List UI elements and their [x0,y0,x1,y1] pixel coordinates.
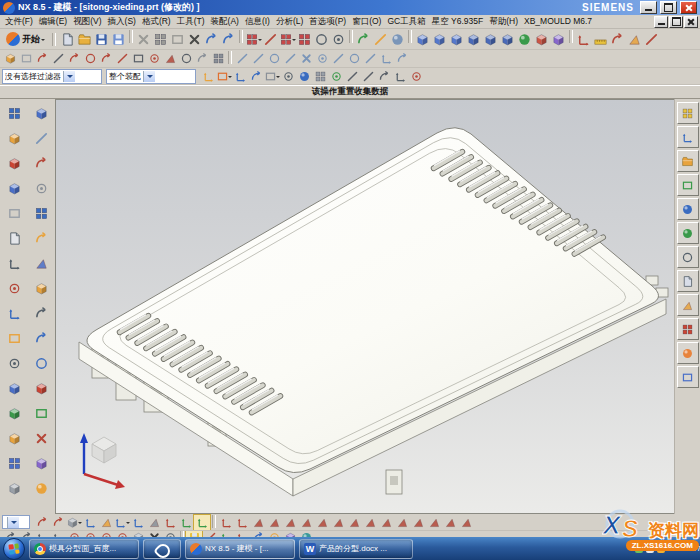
reuse-library-icon[interactable] [677,174,699,196]
midpoint-constraint-icon[interactable] [314,51,330,66]
rectangle-icon[interactable] [130,51,146,66]
through-plane-icon[interactable] [298,515,314,530]
active-csys-icon[interactable] [194,515,210,530]
snap-enable-icon[interactable] [328,69,344,84]
redo-icon[interactable] [220,30,237,48]
thicken-icon[interactable] [29,451,53,476]
graphics-window[interactable] [55,99,674,514]
vector-icon[interactable] [643,30,660,48]
draft-analysis-icon[interactable] [626,30,643,48]
datum-tool-icon[interactable] [2,326,26,351]
taskbar-nx-button[interactable]: NX 8.5 - 建模 - [... [185,539,295,559]
sew-icon[interactable] [29,426,53,451]
point-cloud-icon[interactable] [130,515,146,530]
menu-item[interactable]: 插入(S) [105,16,139,28]
assembly-module-icon[interactable] [2,126,26,151]
combo-arrow-icon[interactable] [63,71,75,82]
fixed-constraint-icon[interactable] [298,51,314,66]
polygon-icon[interactable] [162,51,178,66]
menu-item[interactable]: 帮助(H) [486,16,521,28]
offset-curve-icon[interactable] [194,51,210,66]
menu-item[interactable]: 信息(I) [242,16,273,28]
pattern-curve-icon[interactable] [210,51,226,66]
menu-item[interactable]: 文件(F) [2,16,36,28]
inferred-plane-icon[interactable] [410,515,426,530]
menu-item[interactable]: 分析(L) [273,16,306,28]
taskbar-chrome-button[interactable]: 模具分型面_百度... [29,539,139,559]
point-tool-icon[interactable] [2,351,26,376]
line-style-icon[interactable] [360,69,376,84]
mdi-minimize-button[interactable] [654,16,668,28]
point-set-icon[interactable] [114,515,130,530]
selection-box-icon[interactable] [264,69,280,84]
view-layout-icon[interactable] [2,101,26,126]
paste-icon[interactable] [169,30,186,48]
menu-item[interactable]: 编辑(E) [36,16,70,28]
tube-icon[interactable] [29,351,53,376]
vertical-constraint-icon[interactable] [378,51,394,66]
new-file-icon[interactable] [59,30,76,48]
direction-icon[interactable] [2,251,26,276]
extrude-tool-icon[interactable] [2,376,26,401]
render-style-icon[interactable] [389,30,406,48]
line-icon[interactable] [50,51,66,66]
menu-item[interactable]: 星空 Y6.935F [429,16,487,28]
modeling-module-icon[interactable] [2,176,26,201]
datum-csys-icon[interactable] [178,515,194,530]
curve-style-icon[interactable] [376,69,392,84]
sketch-icon[interactable] [2,51,18,66]
edit-feature-icon[interactable] [2,476,26,501]
undo-icon[interactable] [203,30,220,48]
symmetric-constraint-icon[interactable] [394,51,410,66]
sheet-icon[interactable] [2,226,26,251]
history-icon[interactable] [677,246,699,268]
menu-item[interactable]: GC工具箱 [384,16,428,28]
rotate-view-icon[interactable] [248,69,264,84]
mold-wizard-icon[interactable] [2,151,26,176]
concentric-constraint-icon[interactable] [346,51,362,66]
mirror-curve-icon[interactable] [50,515,66,530]
sphere-icon[interactable] [516,30,533,48]
style-brush-icon[interactable] [372,30,389,48]
tangent-plane-icon[interactable] [314,515,330,530]
thread-icon[interactable] [29,301,53,326]
intersect-icon[interactable] [499,30,516,48]
minimize-button[interactable] [640,1,657,14]
emboss-icon[interactable] [29,376,53,401]
two-line-plane-icon[interactable] [442,515,458,530]
move-object-icon[interactable] [232,69,248,84]
wireframe-view-icon[interactable] [312,69,328,84]
plane-angle-icon[interactable] [250,515,266,530]
web-browser-icon[interactable] [677,222,699,244]
refresh-icon[interactable] [355,30,372,48]
fillet-icon[interactable] [98,51,114,66]
link-browser-icon[interactable] [262,30,279,48]
viewport-3d[interactable] [56,100,674,514]
part-navigator-icon[interactable] [677,150,699,172]
menu-item[interactable]: 窗口(O) [349,16,384,28]
split-body-icon[interactable] [29,151,53,176]
arc-plane-icon[interactable] [458,515,474,530]
collinear-constraint-icon[interactable] [330,51,346,66]
mdi-restore-button[interactable] [669,16,683,28]
tray-icon[interactable] [635,545,643,553]
shaded-view-icon[interactable] [296,69,312,84]
block-icon[interactable] [448,30,465,48]
taskbar-clock[interactable]: 2017/11/7 [668,544,700,553]
extrude-icon[interactable] [414,30,431,48]
view-plane-icon[interactable] [394,515,410,530]
system-scenes-icon[interactable] [677,366,699,388]
pattern-feature-icon[interactable] [550,30,567,48]
zoom-in-icon[interactable] [330,30,347,48]
line-width-icon[interactable] [344,69,360,84]
start-orb-icon[interactable] [3,538,25,560]
patch-icon[interactable] [29,401,53,426]
restore-button[interactable] [660,1,677,14]
distance-plane-icon[interactable] [362,515,378,530]
sweep-icon[interactable] [29,326,53,351]
menu-item[interactable]: XB_MOULD M6.7 [521,16,595,28]
scope-filter-combo[interactable]: 整个装配 [106,69,196,84]
assembly-navigator-icon[interactable] [677,102,699,124]
tray-icon[interactable] [646,545,654,553]
sketch-tool-icon[interactable] [2,276,26,301]
